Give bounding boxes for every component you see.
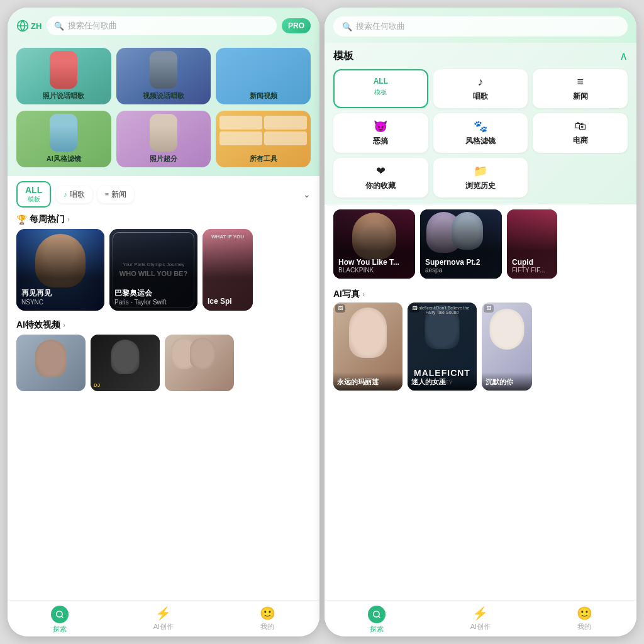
song-card-1[interactable]: 再见再见 NSYNC <box>16 229 104 311</box>
sing-tab-icon: ♪ <box>477 75 483 89</box>
left-bottom-nav: 探索 ⚡ AI创作 🙂 我的 <box>8 600 319 636</box>
weekly-section-title: 🏆 每周热门 › <box>8 210 319 229</box>
search-placeholder-right: 搜索任何歌曲 <box>356 21 405 32</box>
ai-video-section-title: AI特效视频 › <box>8 316 319 335</box>
template-tab-all[interactable]: ALL 模板 <box>333 69 428 108</box>
ai-photo-marilyn[interactable]: 🖼 永远的玛丽莲 <box>333 303 402 391</box>
template-tab-shop[interactable]: 🛍 电商 <box>533 113 628 153</box>
right-song-card-2[interactable]: Supernova Pt.2 aespa <box>420 209 502 279</box>
search-bar-left[interactable]: 🔍 搜索任何歌曲 <box>47 16 277 35</box>
tab-sing-left[interactable]: ♪ 唱歌 <box>56 186 92 203</box>
ai-video-arrow-icon: › <box>63 321 65 330</box>
svg-point-2 <box>373 611 379 617</box>
search-bar-right[interactable]: 🔍 搜索任何歌曲 <box>333 16 628 36</box>
svg-point-1 <box>56 611 62 617</box>
search-icon-left: 🔍 <box>54 21 64 31</box>
nav-ai-left[interactable]: ⚡ AI创作 <box>111 606 215 634</box>
tab-all-left[interactable]: ALL 模板 <box>16 181 51 208</box>
ai-photo-silent[interactable]: 🖼 沉默的你 <box>482 303 532 391</box>
template-tab-fun[interactable]: 😈 恶搞 <box>333 113 428 153</box>
news-tab-icon: ≡ <box>577 75 584 89</box>
section-arrow-icon: › <box>67 215 70 224</box>
lang-badge[interactable]: ZH <box>16 19 42 32</box>
ai-photo-cards: 🖼 永远的玛丽莲 Maleficent:Don't Believe the Fa… <box>325 303 636 391</box>
template-grid: ALL 模板 ♪ 唱歌 ≡ 新闻 😈 恶搞 🐾 风格滤镜 <box>333 69 628 197</box>
shop-tab-icon: 🛍 <box>575 119 586 133</box>
history-tab-icon: 📁 <box>474 164 487 178</box>
nav-explore-left[interactable]: 探索 <box>8 606 111 634</box>
fun-tab-icon: 😈 <box>374 119 387 133</box>
news-icon: ≡ <box>105 191 109 198</box>
ai-icon-left: ⚡ <box>155 606 171 621</box>
template-panel: 模板 ∧ ALL 模板 ♪ 唱歌 ≡ 新闻 😈 恶 <box>325 43 636 204</box>
template-tab-news[interactable]: ≡ 新闻 <box>533 69 628 108</box>
tool-ai-filter[interactable]: AI风格滤镜 <box>16 111 111 167</box>
right-song-cards: How You Like T... BLACKPINK Supernova Pt… <box>325 209 636 284</box>
right-song-card-1[interactable]: How You Like T... BLACKPINK <box>333 209 415 279</box>
ai-video-cards: DJ <box>8 335 319 391</box>
song-card-3[interactable]: WHAT IF YOU Ice Spi <box>203 229 253 311</box>
ai-card-2[interactable]: DJ <box>91 335 160 391</box>
tools-row-1: 照片说话唱歌 视频说话唱歌 新闻视频 <box>16 48 311 104</box>
nav-my-right[interactable]: 🙂 我的 <box>533 606 636 634</box>
template-tab-history[interactable]: 📁 浏览历史 <box>433 158 528 197</box>
template-title: 模板 <box>333 50 353 63</box>
my-icon-left: 🙂 <box>260 606 275 621</box>
tab-section-left: ALL 模板 ♪ 唱歌 ≡ 新闻 ⌄ <box>8 176 319 210</box>
template-tab-filter[interactable]: 🐾 风格滤镜 <box>433 113 528 153</box>
trophy-icon: 🏆 <box>16 214 27 225</box>
template-chevron-icon[interactable]: ∧ <box>619 49 628 63</box>
lang-text: ZH <box>31 21 42 31</box>
tool-upscale[interactable]: 照片超分 <box>116 111 211 167</box>
nav-my-left[interactable]: 🙂 我的 <box>216 606 319 634</box>
ai-card-1[interactable] <box>16 335 86 391</box>
chevron-down-icon[interactable]: ⌄ <box>303 189 311 199</box>
tool-news[interactable]: 新闻视频 <box>216 48 311 104</box>
explore-icon-right <box>368 606 386 623</box>
my-icon-right: 🙂 <box>577 606 592 621</box>
search-placeholder-left: 搜索任何歌曲 <box>68 20 117 31</box>
nav-ai-right[interactable]: ⚡ AI创作 <box>428 606 532 634</box>
tab-news-left[interactable]: ≡ 新闻 <box>97 186 134 203</box>
right-header: 🔍 搜索任何歌曲 <box>325 8 636 43</box>
left-header: ZH 🔍 搜索任何歌曲 PRO <box>8 8 319 42</box>
tool-all-tools[interactable]: 所有工具 <box>216 111 311 167</box>
template-tab-fav[interactable]: ❤ 你的收藏 <box>333 158 428 197</box>
ai-card-3[interactable] <box>165 335 234 391</box>
silent-badge: 🖼 <box>484 304 494 313</box>
song-card-2[interactable]: Your Paris Olympic Journey WHO WILL YOU … <box>109 229 197 311</box>
template-panel-header: 模板 ∧ <box>333 49 628 63</box>
tools-section: 照片说话唱歌 视频说话唱歌 新闻视频 AI风格滤镜 照片超分 <box>8 42 319 176</box>
tool-video-sing[interactable]: 视频说话唱歌 <box>116 48 211 104</box>
music-icon: ♪ <box>64 191 67 198</box>
explore-icon-left <box>51 606 69 623</box>
ai-photos-section-title: AI写真 › <box>325 284 636 303</box>
ai-photos-arrow-icon: › <box>362 290 365 299</box>
right-bottom-nav: 探索 ⚡ AI创作 🙂 我的 <box>325 600 636 636</box>
filter-tab-icon: 🐾 <box>474 119 487 133</box>
tool-photo-sing[interactable]: 照片说话唱歌 <box>16 48 111 104</box>
marilyn-badge: 🖼 <box>335 304 345 313</box>
ai-photo-maleficent[interactable]: Maleficent:Don't Believe the Fairy Tale … <box>408 303 477 391</box>
weekly-cards: 再见再见 NSYNC Your Paris Olympic Journey WH… <box>8 229 319 316</box>
fav-tab-icon: ❤ <box>376 164 386 178</box>
search-icon-right: 🔍 <box>342 22 352 31</box>
tools-row-2: AI风格滤镜 照片超分 所有工具 <box>16 111 311 167</box>
right-song-card-3[interactable]: Cupid FIFTY FIF... <box>507 209 557 279</box>
nav-explore-right[interactable]: 探索 <box>325 606 428 634</box>
right-content: How You Like T... BLACKPINK Supernova Pt… <box>325 204 636 600</box>
ai-icon-right: ⚡ <box>472 606 488 621</box>
template-tab-sing[interactable]: ♪ 唱歌 <box>433 69 528 108</box>
maleficent-badge: 🖼 <box>409 304 419 313</box>
pro-badge[interactable]: PRO <box>282 18 311 33</box>
